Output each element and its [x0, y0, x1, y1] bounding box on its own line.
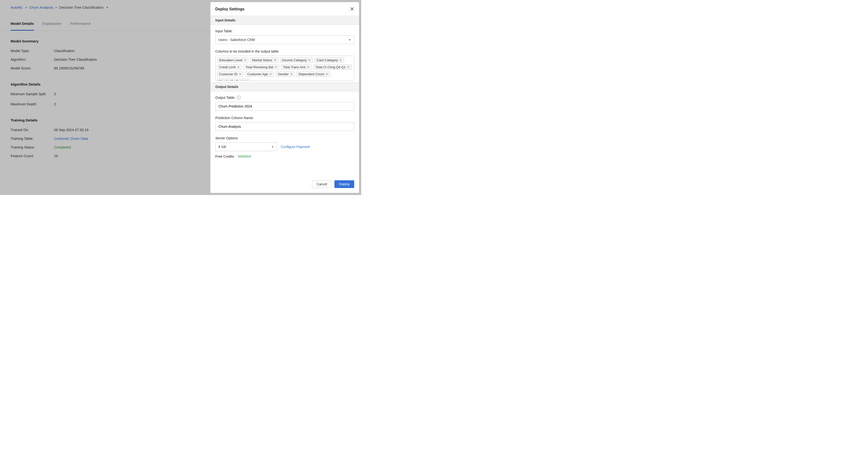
- output-table-input[interactable]: [218, 104, 351, 108]
- remove-tag-icon[interactable]: ✕: [339, 59, 342, 62]
- close-icon[interactable]: ✕: [350, 6, 354, 12]
- remove-tag-icon[interactable]: ✕: [274, 59, 276, 62]
- remove-tag-icon[interactable]: ✕: [275, 66, 277, 69]
- column-tag: Total Trans Amt✕: [281, 64, 312, 70]
- input-table-label: Input Table:: [215, 29, 354, 33]
- column-tag: Education Level✕: [217, 57, 249, 63]
- input-table-select[interactable]: Users - Salesforce CRM ▼: [215, 35, 354, 44]
- column-tag-label: Credit Limit: [219, 65, 236, 69]
- column-tag-label: Total Revolving Bal: [245, 65, 273, 69]
- column-tag-label: Customer Age: [247, 72, 268, 76]
- column-tag-label: Card Category: [317, 58, 338, 62]
- remove-tag-icon[interactable]: ✕: [347, 66, 350, 69]
- modal-title: Deploy Settings: [215, 7, 245, 11]
- prediction-column-label: Prediction Column Name:: [215, 116, 354, 120]
- output-table-label-text: Output Table:: [215, 96, 235, 99]
- column-tag: Marital Status✕: [250, 57, 278, 63]
- cancel-button[interactable]: Cancel: [312, 180, 332, 188]
- remove-tag-icon[interactable]: ✕: [245, 80, 248, 81]
- output-table-label: Output Table: i: [215, 96, 354, 99]
- info-icon[interactable]: i: [237, 96, 241, 99]
- output-table-input-wrap: [215, 102, 354, 111]
- column-tag: Customer ID✕: [217, 71, 244, 77]
- modal-footer: Cancel Deploy: [211, 180, 359, 193]
- column-tag: Customer Age✕: [245, 71, 274, 77]
- column-tag: Gender✕: [276, 71, 295, 77]
- remove-tag-icon[interactable]: ✕: [307, 66, 310, 69]
- deploy-button[interactable]: Deploy: [334, 180, 354, 188]
- column-tag-label: Dependent Count: [299, 72, 324, 76]
- input-details-body: Input Table: Users - Salesforce CRM ▼ Co…: [211, 25, 359, 82]
- column-tag: Total Ct Chng Q4 Q1✕: [313, 64, 352, 70]
- column-tag-label: Customer ID: [219, 72, 238, 76]
- output-details-body: Output Table: i Prediction Column Name: …: [211, 91, 359, 160]
- column-tag: Total Revolving Bal✕: [243, 64, 279, 70]
- remove-tag-icon[interactable]: ✕: [308, 59, 311, 62]
- column-tag-label: Education Level: [219, 58, 242, 62]
- chevron-down-icon: ▼: [271, 145, 274, 148]
- input-table-value: Users - Salesforce CRM: [218, 38, 255, 42]
- deploy-settings-modal: Deploy Settings ✕ Input Details Input Ta…: [210, 2, 359, 193]
- column-tag-label: Income Category: [282, 58, 307, 62]
- server-options-value: 8 GB: [218, 145, 226, 149]
- modal-header: Deploy Settings ✕: [211, 2, 359, 16]
- chevron-down-icon: ▼: [348, 38, 351, 41]
- server-options-label: Server Options: [215, 136, 354, 140]
- output-details-heading: Output Details: [211, 82, 359, 91]
- column-tag: Credit Limit✕: [217, 64, 242, 70]
- remove-tag-icon[interactable]: ✕: [244, 59, 246, 62]
- column-tag-label: Marital Status: [252, 58, 272, 62]
- prediction-column-input[interactable]: [218, 125, 351, 128]
- input-details-heading: Input Details: [211, 16, 359, 25]
- column-tag: Months On Book✕: [217, 78, 250, 81]
- remove-tag-icon[interactable]: ✕: [237, 66, 240, 69]
- free-credits-label: Free Credits:: [215, 155, 235, 158]
- column-tag-label: Total Trans Amt: [283, 65, 306, 69]
- column-tag: Card Category✕: [314, 57, 344, 63]
- columns-label: Columns to be included in the output tab…: [215, 50, 354, 53]
- server-options-select[interactable]: 8 GB ▼: [215, 143, 277, 151]
- column-tag-label: Total Ct Chng Q4 Q1: [315, 65, 345, 69]
- column-tag-label: Months On Book: [219, 79, 244, 81]
- free-credits-value: 9999904: [238, 155, 251, 158]
- remove-tag-icon[interactable]: ✕: [269, 72, 272, 76]
- remove-tag-icon[interactable]: ✕: [239, 72, 242, 76]
- columns-tag-input[interactable]: Education Level✕Marital Status✕Income Ca…: [215, 56, 354, 81]
- remove-tag-icon[interactable]: ✕: [290, 72, 293, 76]
- column-tag: Income Category✕: [280, 57, 313, 63]
- prediction-column-input-wrap: [215, 122, 354, 131]
- configure-payment-link[interactable]: Configure Payment: [281, 145, 310, 149]
- column-tag-label: Gender: [278, 72, 289, 76]
- column-tag: Dependent Count✕: [296, 71, 330, 77]
- remove-tag-icon[interactable]: ✕: [326, 72, 328, 76]
